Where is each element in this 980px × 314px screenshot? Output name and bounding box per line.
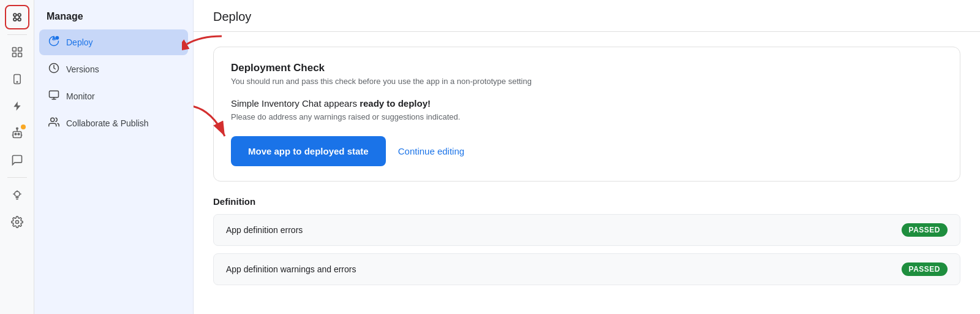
definition-title: Definition bbox=[213, 196, 960, 207]
definition-row-errors-badge: PASSED bbox=[902, 223, 948, 237]
grid-icon[interactable] bbox=[5, 40, 29, 64]
sidebar-nav: Deploy Ve bbox=[34, 29, 193, 136]
page-title: Deploy bbox=[194, 0, 980, 32]
definition-row-errors-label: App definition errors bbox=[226, 225, 303, 235]
deployment-check-title: Deployment Check bbox=[231, 62, 943, 74]
chat-icon[interactable] bbox=[5, 148, 29, 172]
svg-rect-9 bbox=[18, 48, 21, 52]
deploy-button[interactable]: Move app to deployed state bbox=[231, 136, 386, 166]
collaborate-icon bbox=[48, 117, 60, 130]
deploy-nav-wrapper: Deploy bbox=[39, 29, 188, 55]
monitor-icon bbox=[48, 90, 60, 103]
deploy-label: Deploy bbox=[66, 37, 93, 47]
versions-icon bbox=[48, 63, 60, 76]
ready-text: Simple Inventory Chat appears ready to d… bbox=[231, 98, 943, 109]
svg-rect-14 bbox=[13, 132, 21, 138]
bottom-settings-icon[interactable] bbox=[5, 210, 29, 234]
sidebar: Manage Deploy bbox=[34, 0, 194, 314]
versions-label: Versions bbox=[66, 64, 99, 74]
deploy-button-wrapper: Move app to deployed state bbox=[231, 136, 386, 166]
svg-rect-29 bbox=[50, 91, 59, 98]
definition-row-warnings: App definition warnings and errors PASSE… bbox=[213, 253, 960, 285]
definition-section: Definition App definition errors PASSED … bbox=[213, 196, 960, 285]
bulb-icon[interactable] bbox=[5, 183, 29, 207]
ready-text-prefix: Simple Inventory Chat appears bbox=[231, 98, 357, 109]
rail-divider-2 bbox=[7, 177, 27, 178]
bolt-icon[interactable] bbox=[5, 94, 29, 118]
warning-text: Please do address any warnings raised or… bbox=[231, 112, 943, 121]
deploy-actions: Move app to deployed state Continue edit… bbox=[231, 136, 943, 166]
manage-icon[interactable] bbox=[5, 5, 29, 29]
deploy-icon bbox=[48, 36, 60, 49]
sidebar-header: Manage bbox=[34, 0, 193, 29]
definition-row-warnings-badge: PASSED bbox=[902, 262, 948, 276]
svg-point-16 bbox=[18, 133, 20, 135]
sidebar-item-collaborate[interactable]: Collaborate & Publish bbox=[39, 110, 188, 136]
svg-point-25 bbox=[15, 221, 18, 224]
icon-rail bbox=[0, 0, 34, 314]
notification-badge bbox=[21, 124, 26, 129]
ready-text-bold: ready to deploy! bbox=[360, 98, 431, 109]
continue-editing-button[interactable]: Continue editing bbox=[398, 146, 464, 156]
definition-row-warnings-label: App definition warnings and errors bbox=[226, 264, 356, 274]
sidebar-item-deploy[interactable]: Deploy bbox=[39, 29, 188, 55]
svg-point-32 bbox=[51, 118, 55, 121]
svg-point-15 bbox=[15, 133, 17, 135]
deployment-check-subtitle: You should run and pass this check befor… bbox=[231, 77, 943, 86]
svg-point-26 bbox=[56, 37, 59, 40]
svg-point-13 bbox=[17, 82, 18, 83]
main-body: Deployment Check You should run and pass… bbox=[194, 32, 980, 300]
deployment-check-card: Deployment Check You should run and pass… bbox=[213, 47, 960, 182]
monitor-label: Monitor bbox=[66, 91, 95, 101]
main-content: Deploy Deployment Check You should run a… bbox=[194, 0, 980, 314]
sidebar-item-versions[interactable]: Versions bbox=[39, 56, 188, 82]
svg-point-21 bbox=[14, 191, 19, 196]
sidebar-item-monitor[interactable]: Monitor bbox=[39, 83, 188, 109]
definition-row-errors: App definition errors PASSED bbox=[213, 214, 960, 246]
robot-icon[interactable] bbox=[5, 121, 29, 145]
collaborate-label: Collaborate & Publish bbox=[66, 118, 149, 128]
phone-icon[interactable] bbox=[5, 67, 29, 91]
svg-rect-10 bbox=[12, 53, 16, 57]
svg-rect-8 bbox=[12, 48, 16, 52]
svg-rect-11 bbox=[18, 53, 21, 57]
rail-divider-1 bbox=[7, 34, 27, 35]
